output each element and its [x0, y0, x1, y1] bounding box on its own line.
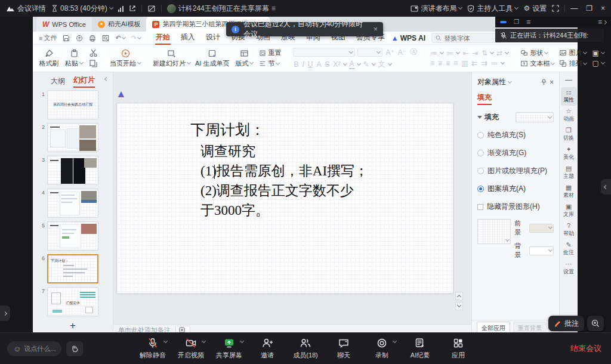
rail-item-settings[interactable]: ⋯设置	[561, 259, 577, 277]
pin-icon[interactable]	[541, 79, 547, 85]
foreground-color-select[interactable]	[529, 224, 554, 233]
ribbon-tab-design[interactable]: 设计	[205, 31, 221, 45]
ribbon-tab-insert[interactable]: 插入	[180, 31, 196, 45]
format-painter-button[interactable]: 格式刷	[39, 49, 59, 68]
rail-item-transition[interactable]: ❐切换	[561, 125, 577, 144]
meeting-detail[interactable]: 会议详情	[6, 4, 46, 14]
rail-item-assets[interactable]: ▦素材	[561, 183, 577, 201]
layout-menu[interactable]: 演讲者布局	[411, 4, 462, 14]
share-screen-button[interactable]: 共享屏幕	[216, 337, 242, 360]
paste-button[interactable]: 粘贴	[64, 49, 84, 68]
toast-close-icon[interactable]: ×	[374, 25, 378, 33]
chevron-down-icon[interactable]	[393, 339, 397, 343]
slide-canvas[interactable]: 下周计划： 调查研究 (1)报告需原创，非AI撰写； (2)调查报告正文字数不少…	[116, 103, 453, 294]
slide-thumbnail-6-selected[interactable]: 下周计划：	[47, 254, 98, 283]
editor-canvas[interactable]: 下周计划： 调查研究 (1)报告需原创，非AI撰写； (2)调查报告正文字数不少…	[113, 72, 471, 335]
popout-icon[interactable]	[129, 5, 136, 12]
copy-icon[interactable]	[89, 59, 98, 68]
print-preview-button[interactable]	[102, 35, 109, 42]
slide-thumbnail-3[interactable]	[47, 156, 98, 185]
rail-item-library[interactable]: ▣文库	[561, 202, 577, 220]
video-grid-icon[interactable]: ❐	[514, 19, 519, 25]
video-list-expand-handle[interactable]	[601, 179, 611, 195]
chevron-down-icon[interactable]	[508, 79, 512, 83]
slide-thumbnail-4[interactable]	[47, 189, 98, 218]
start-video-button[interactable]: 开启视频	[178, 337, 204, 360]
print-button[interactable]	[89, 35, 96, 42]
undo-button[interactable]: ↶	[115, 34, 125, 42]
rail-item-theme[interactable]: ▤主题	[561, 164, 577, 182]
font-search-box[interactable]	[431, 33, 502, 43]
rail-item-properties[interactable]: ⚏属性	[561, 87, 577, 106]
rail-item-animation[interactable]: ☆动画	[561, 106, 577, 125]
tab-slides[interactable]: 幻灯片	[73, 75, 95, 88]
settings-button[interactable]: ⚙ 设置	[523, 4, 547, 14]
record-button[interactable]: 录制	[369, 337, 395, 360]
quick-chat-input[interactable]: ☺ 说点什么...	[7, 341, 61, 356]
rail-item-help[interactable]: ?帮助	[561, 221, 577, 239]
rail-item-comments[interactable]: ✎批注	[561, 240, 577, 258]
ai-generate-page-button[interactable]: AI 生成单页	[195, 49, 229, 68]
fullscreen-button[interactable]	[552, 5, 559, 12]
reset-button[interactable]: 重置	[259, 48, 281, 57]
maximize-button[interactable]: ❐	[586, 4, 593, 13]
shared-doc-icon[interactable]	[147, 5, 156, 13]
fill-option-solid[interactable]: 纯色填充(S)	[477, 130, 554, 140]
raise-hand-button[interactable]	[66, 341, 83, 356]
wps-ai-button[interactable]: ▲ WPS AI	[391, 34, 425, 42]
meeting-sidebar-expand-handle[interactable]	[0, 306, 10, 321]
slide-thumbnail-5[interactable]	[47, 221, 98, 251]
panel-expand-icon[interactable]: ≡	[598, 18, 602, 26]
arrange-button[interactable]: 排列	[559, 59, 587, 68]
hide-background-checkbox[interactable]: 隐藏背景图形(H)	[477, 202, 554, 212]
magnifier-button[interactable]	[587, 316, 604, 331]
section-button[interactable]: 节	[259, 59, 281, 68]
shapes-button[interactable]: 形状	[520, 48, 554, 57]
slide-title-text[interactable]: 下周计划：	[190, 120, 265, 140]
fill-preview-select[interactable]	[516, 112, 554, 122]
chevron-down-icon[interactable]	[240, 339, 244, 343]
fill-option-picture[interactable]: 图片或纹理填充(P)	[477, 166, 554, 176]
font-search-input[interactable]	[444, 35, 498, 42]
textbox-button[interactable]: 文本框	[520, 59, 554, 68]
background-color-select[interactable]	[529, 246, 554, 255]
rail-item-beautify[interactable]: ✦美化	[561, 144, 577, 163]
picture-button[interactable]: 图片	[559, 48, 587, 57]
fill-option-pattern[interactable]: 图案填充(A)	[477, 184, 554, 194]
layout-button[interactable]: 版式	[234, 49, 254, 68]
panel-collapse-icon[interactable]	[104, 77, 109, 81]
section-collapse-icon[interactable]	[477, 116, 482, 119]
meeting-timer[interactable]: 08:53 (40分钟)	[51, 4, 113, 14]
annotate-button[interactable]: 批注	[548, 316, 584, 331]
host-tools-menu[interactable]: 主持人工具	[467, 4, 518, 14]
slide-thumbnail-1[interactable]: 第四周社会实践总结汇报	[47, 90, 98, 119]
new-slide-button[interactable]: 新建幻灯片	[153, 49, 190, 68]
wps-ai-float-logo[interactable]	[117, 90, 125, 98]
chat-button[interactable]: 聊天	[331, 337, 357, 360]
unmute-button[interactable]: 解除静音	[140, 337, 166, 360]
sharing-list-icon[interactable]: ≡	[271, 5, 276, 12]
cut-icon[interactable]	[89, 48, 98, 57]
slide-thumbnail-2[interactable]	[47, 123, 98, 152]
fill-option-gradient[interactable]: 渐变填充(G)	[477, 148, 554, 158]
prev-slide-button[interactable]	[455, 292, 463, 300]
pattern-picker[interactable]	[477, 219, 511, 244]
tab-wps-home[interactable]: W WPS Office	[36, 17, 92, 32]
next-slide-button[interactable]	[455, 302, 463, 310]
end-meeting-button[interactable]: 结束会议	[568, 340, 604, 357]
undo-chevron[interactable]	[122, 35, 126, 39]
members-button[interactable]: 成员(18)	[292, 337, 319, 360]
add-slide-button[interactable]: +	[33, 320, 113, 332]
video-list-icon[interactable]: ≡	[526, 18, 530, 26]
ai-minutes-button[interactable]: AI纪要	[407, 337, 433, 360]
slide-body-text[interactable]: 调查研究 (1)报告需原创，非AI撰写； (2)调查报告正文字数不少 于3000…	[200, 141, 368, 220]
file-menu[interactable]: ≡ 文件	[39, 33, 57, 42]
chevron-down-icon[interactable]	[202, 339, 206, 343]
apps-button[interactable]: 应用	[445, 337, 471, 360]
rail-collapse-icon[interactable]: —	[565, 76, 572, 84]
video-minimize-icon[interactable]	[500, 21, 507, 23]
invite-button[interactable]: 邀请	[254, 337, 280, 360]
slide-thumbnail-7[interactable]: 汇报完毕	[47, 287, 98, 316]
tab-outline[interactable]: 大纲	[51, 76, 65, 87]
fill-tab[interactable]: 填充	[477, 92, 492, 105]
